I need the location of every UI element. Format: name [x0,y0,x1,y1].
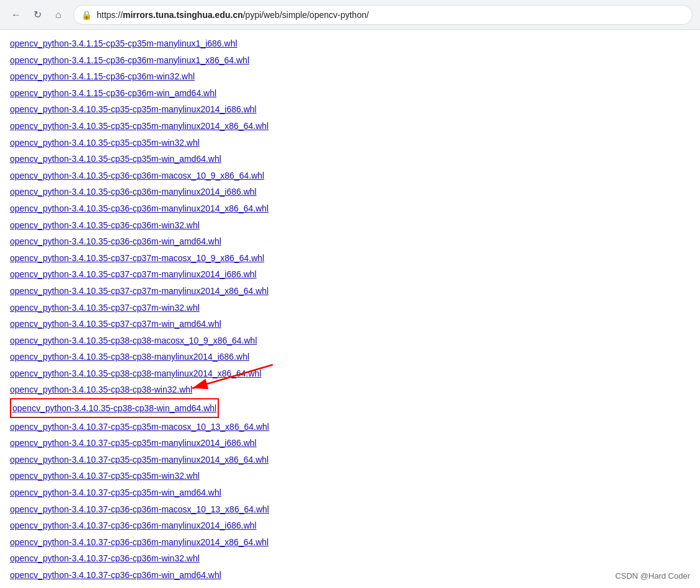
link-item-anchor[interactable]: opencv_python-3.4.10.35-cp37-cp37m-win_a… [10,319,221,329]
link-item-anchor[interactable]: opencv_python-3.4.10.35-cp35-cp35m-win32… [10,138,200,148]
link-list: opencv_python-3.4.1.15-cp35-cp35m-manyli… [10,35,690,588]
link-item-anchor[interactable]: opencv_python-3.4.10.37-cp35-cp35m-macos… [10,422,269,432]
link-item-anchor[interactable]: opencv_python-3.4.10.35-cp36-cp36m-win32… [10,220,200,230]
link-item-anchor[interactable]: opencv_python-3.4.10.35-cp38-cp38-manyli… [10,368,262,378]
list-item: opencv_python-3.4.10.35-cp36-cp36m-macos… [10,167,690,184]
list-item: opencv_python-3.4.10.37-cp36-cp36m-win_a… [10,567,690,583]
link-item-anchor[interactable]: opencv_python-3.4.10.35-cp36-cp36m-manyl… [10,203,268,213]
list-item: opencv_python-3.4.10.35-cp38-cp38-macosx… [10,332,690,349]
refresh-button[interactable]: ↻ [29,6,46,24]
link-item-anchor[interactable]: opencv_python-3.4.1.15-cp36-cp36m-win_am… [10,88,216,98]
link-item-anchor[interactable]: opencv_python-3.4.10.35-cp37-cp37m-manyl… [10,286,268,296]
link-item-anchor[interactable]: opencv_python-3.4.10.35-cp38-cp38-win32.… [10,385,192,394]
list-item: opencv_python-3.4.10.35-cp38-cp38-win32.… [10,381,690,398]
list-item: opencv_python-3.4.10.35-cp36-cp36m-win_a… [10,233,690,249]
nav-buttons: ← ↻ ⌂ [7,6,67,24]
home-button[interactable]: ⌂ [50,6,67,24]
link-item-anchor[interactable]: opencv_python-3.4.1.15-cp36-cp36m-manyli… [10,55,249,65]
list-item: opencv_python-3.4.10.37-cp35-cp35m-win32… [10,468,690,484]
list-item: opencv_python-3.4.10.37-cp35-cp35m-macos… [10,419,690,435]
link-item-anchor[interactable]: opencv_python-3.4.1.15-cp36-cp36m-win32.… [10,71,195,81]
link-item-anchor[interactable]: opencv_python-3.4.10.35-cp35-cp35m-win_a… [10,154,221,164]
url-bold: mirrors.tuna.tsinghua.edu.cn [123,10,243,20]
list-item: opencv_python-3.4.10.35-cp36-cp36m-manyl… [10,184,690,200]
link-item-anchor[interactable]: opencv_python-3.4.10.35-cp37-cp37m-macos… [10,253,264,263]
list-item: opencv_python-3.4.10.37-cp35-cp35m-manyl… [10,435,690,451]
list-item: opencv_python-3.4.10.37-cp35-cp35m-manyl… [10,452,690,468]
list-item: opencv_python-3.4.10.35-cp38-cp38-manyli… [10,365,690,381]
link-item-anchor[interactable]: opencv_python-3.4.10.37-cp35-cp35m-manyl… [10,455,268,465]
url-text: https://mirrors.tuna.tsinghua.edu.cn/pyp… [97,10,369,20]
list-item: opencv_python-3.4.10.35-cp37-cp37m-macos… [10,250,690,266]
list-item: opencv_python-3.4.10.35-cp35-cp35m-manyl… [10,118,690,134]
list-item: opencv_python-3.4.10.37-cp36-cp36m-manyl… [10,517,690,533]
list-item: opencv_python-3.4.10.37-cp36-cp36m-win32… [10,550,690,566]
link-item-anchor[interactable]: opencv_python-3.4.10.35-cp37-cp37m-manyl… [10,269,257,279]
link-item-anchor[interactable]: opencv_python-3.4.1.15-cp35-cp35m-manyli… [10,38,237,48]
highlighted-link-anchor[interactable]: opencv_python-3.4.10.35-cp38-cp38-win_am… [12,403,216,413]
list-item: opencv_python-3.4.1.15-cp35-cp35m-manyli… [10,35,690,51]
list-item: opencv_python-3.4.10.37-cp36-cp36m-macos… [10,501,690,517]
url-path: /pypi/web/simple/opencv-python/ [243,10,369,20]
link-item-anchor[interactable]: opencv_python-3.4.10.37-cp36-cp36m-manyl… [10,520,257,530]
list-item: opencv_python-3.4.10.35-cp37-cp37m-win32… [10,300,690,316]
link-item-anchor[interactable]: opencv_python-3.4.10.35-cp36-cp36m-manyl… [10,187,257,197]
list-item: opencv_python-3.4.10.35-cp37-cp37m-manyl… [10,266,690,282]
link-item-anchor[interactable]: opencv_python-3.4.10.35-cp35-cp35m-manyl… [10,121,268,131]
list-item: opencv_python-3.4.10.35-cp36-cp36m-win32… [10,217,690,233]
list-item: opencv_python-3.4.1.15-cp36-cp36m-win32.… [10,68,690,84]
list-item: opencv_python-3.4.10.35-cp35-cp35m-win32… [10,135,690,151]
link-item-anchor[interactable]: opencv_python-3.4.10.37-cp35-cp35m-manyl… [10,438,257,448]
list-item: opencv_python-3.4.10.37-cp36-cp36m-manyl… [10,534,690,550]
link-item-anchor[interactable]: opencv_python-3.4.10.35-cp38-cp38-macosx… [10,336,257,345]
link-item-anchor[interactable]: opencv_python-3.4.10.35-cp36-cp36m-win_a… [10,236,221,246]
watermark: CSDN @Hard Coder [615,571,690,581]
list-item: opencv_python-3.4.10.37-cp35-cp35m-win_a… [10,484,690,501]
list-item: opencv_python-3.4.10.35-cp35-cp35m-manyl… [10,101,690,117]
link-item-anchor[interactable]: opencv_python-3.4.10.37-cp36-cp36m-win32… [10,553,200,563]
list-item: opencv_python-3.4.10.35-cp37-cp37m-win_a… [10,316,690,332]
list-item: opencv_python-3.4.1.15-cp36-cp36m-win_am… [10,85,690,101]
list-item: opencv_python-3.4.10.35-cp38-cp38-manyli… [10,349,690,365]
list-item: opencv_python-3.4.10.35-cp38-cp38-win_am… [10,398,690,418]
link-item-anchor[interactable]: opencv_python-3.4.10.37-cp36-cp36m-macos… [10,504,269,514]
link-item-anchor[interactable]: opencv_python-3.4.10.37-cp36-cp36m-manyl… [10,537,268,547]
page-content: opencv_python-3.4.1.15-cp35-cp35m-manyli… [0,30,700,588]
link-item-anchor[interactable]: opencv_python-3.4.10.35-cp36-cp36m-macos… [10,171,264,180]
browser-chrome: ← ↻ ⌂ 🔒 https://mirrors.tuna.tsinghua.ed… [0,0,700,30]
list-item: opencv_python-3.4.10.37-cp37-cp37m-macos… [10,584,690,588]
address-bar[interactable]: 🔒 https://mirrors.tuna.tsinghua.edu.cn/p… [73,5,693,25]
highlighted-link: opencv_python-3.4.10.35-cp38-cp38-win_am… [10,398,219,418]
link-item-anchor[interactable]: opencv_python-3.4.10.35-cp38-cp38-manyli… [10,352,249,362]
lock-icon: 🔒 [81,10,92,20]
link-item-anchor[interactable]: opencv_python-3.4.10.35-cp35-cp35m-manyl… [10,104,257,114]
back-button[interactable]: ← [7,6,25,24]
list-item: opencv_python-3.4.10.35-cp36-cp36m-manyl… [10,200,690,216]
url-prefix: https:// [97,10,123,20]
list-item: opencv_python-3.4.1.15-cp36-cp36m-manyli… [10,52,690,68]
link-item-anchor[interactable]: opencv_python-3.4.10.37-cp36-cp36m-win_a… [10,570,221,580]
list-item: opencv_python-3.4.10.35-cp37-cp37m-manyl… [10,283,690,299]
link-item-anchor[interactable]: opencv_python-3.4.10.35-cp37-cp37m-win32… [10,303,200,313]
link-item-anchor[interactable]: opencv_python-3.4.10.37-cp35-cp35m-win_a… [10,488,221,497]
link-item-anchor[interactable]: opencv_python-3.4.10.37-cp35-cp35m-win32… [10,471,200,481]
list-item: opencv_python-3.4.10.35-cp35-cp35m-win_a… [10,151,690,167]
